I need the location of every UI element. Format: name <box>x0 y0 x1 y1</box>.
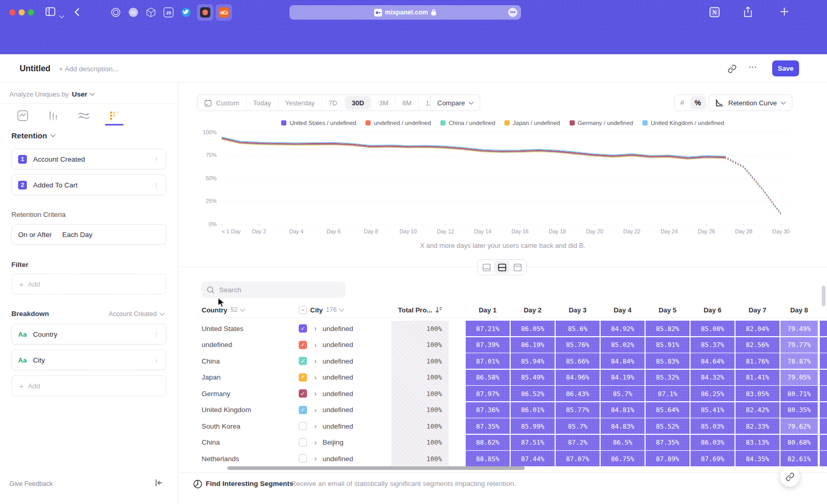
row-expander-icon[interactable]: › <box>314 370 317 385</box>
maximize-window-button[interactable] <box>28 9 34 15</box>
filter-add-button[interactable]: +Add <box>11 274 166 294</box>
range-today[interactable]: Today <box>246 94 278 111</box>
row-checkbox[interactable]: ✓ <box>299 357 307 365</box>
tab-retention[interactable] <box>104 108 125 123</box>
row-checkbox[interactable]: ✓ <box>299 341 307 349</box>
sidebar-toggle-icon[interactable] <box>45 7 55 16</box>
column-header-day-8[interactable]: Day 8 <box>780 304 818 316</box>
share-link-floating-button[interactable] <box>779 466 800 487</box>
column-header-day-7[interactable]: Day 7 <box>736 304 779 316</box>
select-all-checkbox[interactable]: – <box>299 306 307 314</box>
table-search[interactable] <box>202 281 345 298</box>
minimize-window-button[interactable] <box>19 9 25 15</box>
column-header-day-3[interactable]: Day 3 <box>556 304 600 316</box>
extension-target-icon[interactable] <box>108 4 124 21</box>
back-button[interactable] <box>74 8 80 17</box>
extension-soundcloud-icon[interactable] <box>216 4 232 21</box>
analyze-uniques-row[interactable]: Analyze Uniques by User <box>9 90 94 98</box>
tab-funnels[interactable] <box>43 108 64 123</box>
row-expander-icon[interactable]: › <box>314 337 317 353</box>
new-tab-icon[interactable] <box>779 7 789 17</box>
close-window-button[interactable] <box>9 9 16 15</box>
segments-title[interactable]: Find Interesting Segments <box>206 480 294 487</box>
breakdown-add-button[interactable]: +Add <box>11 375 166 396</box>
range-7d[interactable]: 7D <box>321 94 344 111</box>
tab-overview-chevron-icon[interactable] <box>60 10 64 20</box>
range-yesterday[interactable]: Yesterday <box>278 94 321 111</box>
layout-chart-only-icon[interactable] <box>479 261 494 274</box>
table-search-input[interactable] <box>219 286 333 294</box>
notion-extension-icon[interactable]: N <box>709 7 720 18</box>
legend-item-germany-undefined[interactable]: Germany / undefined <box>570 120 633 126</box>
retention-section-header[interactable]: Retention <box>11 131 55 140</box>
breakdown-kebab-icon[interactable]: ⋮ <box>153 330 160 338</box>
breakdown-card-city[interactable]: Aa City ⋮ <box>11 350 166 370</box>
copy-link-icon[interactable] <box>728 65 737 73</box>
range-3m[interactable]: 3M <box>372 94 395 111</box>
row-checkbox[interactable]: ✓ <box>299 324 307 333</box>
row-expander-icon[interactable]: › <box>314 321 317 336</box>
legend-item-united-states-undefined[interactable]: United States / undefined <box>281 120 356 126</box>
row-checkbox[interactable] <box>299 438 307 447</box>
range-30d[interactable]: 30D <box>345 96 371 109</box>
extension-bird-icon[interactable] <box>178 4 194 21</box>
column-header-day-4[interactable]: Day 4 <box>601 304 645 316</box>
column-header-day-1[interactable]: Day 1 <box>466 304 510 316</box>
share-icon[interactable] <box>743 6 753 18</box>
layout-split-icon[interactable] <box>494 261 510 274</box>
column-header-day-6[interactable]: Day 6 <box>691 304 734 316</box>
row-expander-icon[interactable]: › <box>314 386 317 401</box>
tab-flows[interactable] <box>73 108 94 123</box>
compare-button[interactable]: Compare <box>430 94 480 111</box>
layout-table-only-icon[interactable] <box>510 261 525 274</box>
step-card-account-created[interactable]: 1 Account Created ⋮ <box>11 149 166 169</box>
row-checkbox[interactable]: ✓ <box>299 373 307 382</box>
address-bar[interactable]: mixpanel.com ••• <box>289 5 521 20</box>
horizontal-scrollbar[interactable] <box>227 466 525 470</box>
criteria-each-day[interactable]: Each Day <box>62 231 93 239</box>
row-expander-icon[interactable]: › <box>314 418 317 434</box>
extension-record-icon[interactable] <box>197 4 213 21</box>
row-expander-icon[interactable]: › <box>314 435 317 450</box>
legend-item-japan-undefined[interactable]: Japan / undefined <box>504 120 560 126</box>
row-checkbox[interactable] <box>299 454 307 463</box>
extension-js-icon[interactable]: JS <box>160 4 177 21</box>
legend-item-undefined-undefined[interactable]: undefined / undefined <box>365 120 431 126</box>
row-checkbox[interactable]: ✓ <box>299 389 307 398</box>
step-kebab-icon[interactable]: ⋮ <box>153 181 160 189</box>
row-checkbox[interactable]: ✓ <box>299 406 307 414</box>
breakdown-kebab-icon[interactable]: ⋮ <box>153 356 160 364</box>
legend-item-china-undefined[interactable]: China / undefined <box>440 120 495 126</box>
row-checkbox[interactable] <box>299 422 307 430</box>
breakdown-scope-selector[interactable]: Account Created <box>109 310 164 318</box>
row-expander-icon[interactable]: › <box>314 353 317 369</box>
legend-item-united-kingdom-undefined[interactable]: United Kingdom / undefined <box>642 120 724 126</box>
extension-cube-icon[interactable] <box>143 4 159 21</box>
vertical-scrollbar[interactable] <box>822 286 825 306</box>
range-custom[interactable]: Custom <box>197 94 246 111</box>
step-kebab-icon[interactable]: ⋮ <box>153 155 160 163</box>
report-title[interactable]: Untitled <box>20 64 51 73</box>
add-description-button[interactable]: + Add description... <box>59 65 118 73</box>
row-expander-icon[interactable]: › <box>314 451 317 466</box>
extension-m-icon[interactable]: m <box>125 4 142 21</box>
format-count[interactable]: # <box>675 96 690 109</box>
criteria-on-or-after[interactable]: On or After <box>18 231 52 239</box>
format-percent[interactable]: % <box>691 96 705 109</box>
give-feedback-link[interactable]: Give Feedback <box>9 480 53 487</box>
column-header-day-2[interactable]: Day 2 <box>511 304 555 316</box>
step-card-added-to-cart[interactable]: 2 Added To Cart ⋮ <box>11 175 166 195</box>
row-expander-icon[interactable]: › <box>314 402 317 418</box>
chart-type-selector[interactable]: Retention Curve <box>708 94 792 111</box>
column-header-day-5[interactable]: Day 5 <box>646 304 690 316</box>
save-button[interactable]: Save <box>772 60 799 76</box>
collapse-sidebar-icon[interactable] <box>154 478 163 487</box>
retention-criteria-card[interactable]: On or After Each Day <box>11 224 166 245</box>
more-options-icon[interactable]: ⋯ <box>748 62 757 72</box>
tab-insights[interactable] <box>12 108 33 123</box>
city-column-header[interactable]: – City 176 <box>299 304 343 316</box>
address-more-icon[interactable]: ••• <box>508 8 517 17</box>
breakdown-card-country[interactable]: Aa Country ⋮ <box>11 324 166 344</box>
range-6m[interactable]: 6M <box>395 94 418 111</box>
total-column-header[interactable]: Total Pro... <box>398 304 442 316</box>
